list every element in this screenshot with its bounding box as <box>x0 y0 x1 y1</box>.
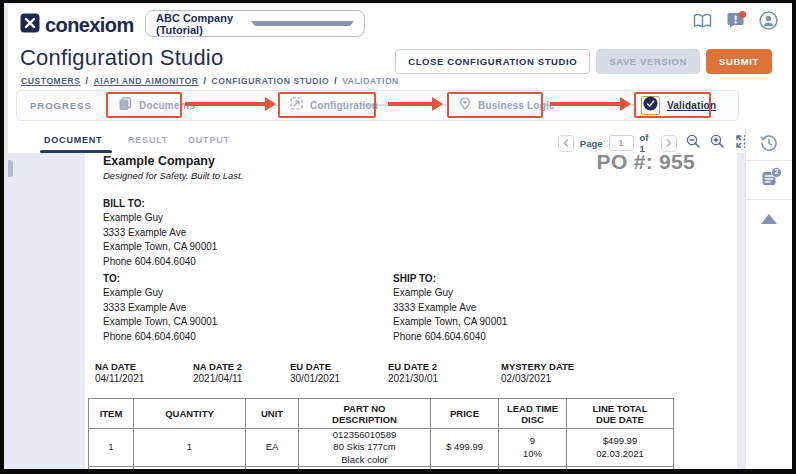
conexiom-logo: conexiom <box>20 13 134 37</box>
zoom-in-button[interactable] <box>710 134 727 152</box>
bill-to-line: Example Guy <box>103 212 163 223</box>
doc-tagline: Designed for Safety. Built to Last. <box>103 170 243 181</box>
panel-drag-handle[interactable] <box>8 160 13 177</box>
breadcrumb: CUSTOMERS / AIAPI AND AIMONITOR / CONFIG… <box>21 76 399 86</box>
pager-controls: Page of 1 <box>558 132 751 154</box>
history-clock-icon <box>760 134 778 155</box>
notes-button[interactable]: 2 <box>746 161 792 200</box>
ship-to-line: 3333 Example Ave <box>393 302 476 313</box>
alerts-button[interactable] <box>725 12 745 32</box>
book-icon <box>693 13 712 32</box>
header-actions: CLOSE CONFIGURATION STUDIO SAVE VERSION … <box>395 49 772 74</box>
page-number-input[interactable] <box>609 135 634 151</box>
documents-icon <box>119 96 132 114</box>
app-content: conexiom ABC Company (Tutorial) <box>4 3 792 469</box>
tab-output[interactable]: OUTPUT <box>188 135 230 145</box>
collapse-panel-button[interactable] <box>746 200 792 238</box>
document-viewer: Example Company Designed for Safety. Bui… <box>8 153 745 469</box>
col-part-no: PART NODESCRIPTION <box>299 399 431 429</box>
right-icon-rail: 2 <box>745 128 792 469</box>
breadcrumb-separator: / <box>204 76 207 86</box>
validation-icon <box>643 96 658 115</box>
bill-to-line: 3333 Example Ave <box>103 227 186 238</box>
tab-result[interactable]: RESULT <box>128 135 168 145</box>
date-label: EU DATE <box>290 361 340 372</box>
chevron-down-icon <box>251 21 354 26</box>
col-lead-time: LEAD TIMEDISC <box>499 399 567 429</box>
previous-page-button[interactable] <box>558 135 574 152</box>
to-block: TO: Example Guy 3333 Example Ave Example… <box>103 272 217 344</box>
date-label: MYSTERY DATE <box>501 361 574 372</box>
col-unit: UNIT <box>246 399 299 429</box>
notification-dot <box>739 11 746 18</box>
step-label-business-logic: Business Logic <box>478 100 555 111</box>
date-field-na: NA DATE 04/11/2021 <box>95 361 144 384</box>
notes-count-badge: 2 <box>771 167 782 178</box>
dates-row: NA DATE 04/11/2021 NA DATE 2 2021/04/11 … <box>85 361 737 391</box>
date-value: 2021/30/01 <box>388 373 438 384</box>
progress-step-business-logic[interactable]: Business Logic <box>459 92 555 118</box>
account-button[interactable] <box>758 12 778 32</box>
cell-lead-time: 9 10% <box>499 429 567 467</box>
breadcrumb-customer-name[interactable]: AIAPI AND AIMONITOR <box>94 76 199 86</box>
date-value: 2021/04/11 <box>193 373 242 384</box>
bill-to-line: Phone 604.604.6040 <box>103 256 196 267</box>
tab-document[interactable]: DOCUMENT <box>44 135 102 145</box>
date-field-mystery: MYSTERY DATE 02/03/2021 <box>501 361 574 384</box>
table-row-clipped <box>89 467 674 469</box>
col-price: PRICE <box>431 399 499 429</box>
cell-quantity: 1 <box>134 429 246 467</box>
business-logic-pin-icon <box>459 96 471 114</box>
zoom-out-button[interactable] <box>685 134 702 152</box>
progress-step-documents[interactable]: Documents <box>119 92 195 118</box>
col-item: ITEM <box>89 399 134 429</box>
documentation-button[interactable] <box>692 12 712 32</box>
company-selector-value: ABC Company (Tutorial) <box>156 12 251 36</box>
step-label-validation: Validation <box>667 100 716 111</box>
table-header-row: ITEM QUANTITY UNIT PART NODESCRIPTION PR… <box>89 399 674 429</box>
ship-to-line: Phone 604.604.6040 <box>393 331 486 342</box>
version-history-button[interactable] <box>746 128 792 161</box>
breadcrumb-separator: / <box>86 76 89 86</box>
page-label: Page <box>580 138 603 149</box>
cell-part-no: 012356010589 80 Skis 177cm Black color <box>299 429 431 467</box>
cell-item: 1 <box>89 429 134 467</box>
ship-to-block: SHIP TO: Example Guy 3333 Example Ave Ex… <box>393 272 507 344</box>
zoom-in-icon <box>710 134 725 152</box>
zoom-out-icon <box>686 134 701 152</box>
logo-text: conexiom <box>45 14 134 37</box>
col-quantity: QUANTITY <box>134 399 246 429</box>
next-page-button[interactable] <box>661 135 677 152</box>
date-label: NA DATE 2 <box>193 361 242 372</box>
date-label: NA DATE <box>95 361 144 372</box>
triangle-up-icon <box>761 214 777 224</box>
date-field-na2: NA DATE 2 2021/04/11 <box>193 361 242 384</box>
to-line: Example Guy <box>103 287 163 298</box>
save-version-button[interactable]: SAVE VERSION <box>596 49 700 74</box>
breadcrumb-validation: VALIDATION <box>342 76 399 86</box>
col-line-total: LINE TOTALDUE DATE <box>567 399 674 429</box>
progress-step-configuration[interactable]: Configuration <box>290 92 378 118</box>
date-field-eu2: EU DATE 2 2021/30/01 <box>388 361 438 384</box>
table-row: 1 1 EA 012356010589 80 Skis 177cm Black … <box>89 429 674 467</box>
step-label-documents: Documents <box>139 100 195 111</box>
bill-to-label: BILL TO: <box>103 198 145 209</box>
progress-step-validation[interactable]: Validation <box>641 92 716 118</box>
to-line: Phone 604.604.6040 <box>103 331 196 342</box>
company-selector[interactable]: ABC Company (Tutorial) <box>145 10 365 37</box>
date-value: 30/01/2021 <box>290 373 340 384</box>
top-right-icons <box>692 12 778 32</box>
to-line: Example Town, CA 90001 <box>103 316 217 327</box>
submit-button[interactable]: SUBMIT <box>706 49 772 74</box>
ship-to-label: SHIP TO: <box>393 273 436 284</box>
close-configuration-studio-button[interactable]: CLOSE CONFIGURATION STUDIO <box>395 49 590 74</box>
breadcrumb-customers[interactable]: CUSTOMERS <box>21 76 81 86</box>
progress-label: PROGRESS <box>30 100 92 111</box>
app-window: conexiom ABC Company (Tutorial) <box>0 0 796 474</box>
date-label: EU DATE 2 <box>388 361 438 372</box>
breadcrumb-configuration-studio: CONFIGURATION STUDIO <box>212 76 330 86</box>
page-title: Configuration Studio <box>20 45 223 71</box>
user-avatar-icon <box>759 11 778 33</box>
page-count-label: of 1 <box>640 132 656 154</box>
to-label: TO: <box>103 273 120 284</box>
